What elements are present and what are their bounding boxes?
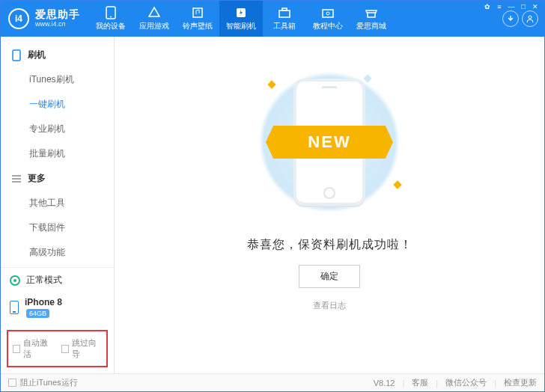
status-dot-icon xyxy=(10,275,20,286)
apps-icon xyxy=(147,6,161,19)
device-mode[interactable]: 正常模式 xyxy=(1,268,114,293)
svg-rect-9 xyxy=(13,50,20,61)
account-button[interactable] xyxy=(522,10,538,27)
store-icon xyxy=(365,6,378,19)
skin-button[interactable]: ✿ xyxy=(482,2,493,11)
sidebar-item-pro-flash[interactable]: 专业刷机 xyxy=(1,117,114,141)
maximize-button[interactable]: □ xyxy=(518,2,529,11)
svg-point-7 xyxy=(326,12,329,15)
tab-label: 智能刷机 xyxy=(226,21,256,31)
top-nav: 我的设备 应用游戏 铃声壁纸 智能刷机 工具箱 教程中心 xyxy=(89,1,393,37)
tab-label: 爱思商城 xyxy=(356,21,386,31)
sidebar-item-itunes-flash[interactable]: iTunes刷机 xyxy=(1,67,114,92)
brand: i4 爱思助手 www.i4.cn xyxy=(1,1,89,37)
tab-apps[interactable]: 应用游戏 xyxy=(133,1,176,37)
svg-rect-4 xyxy=(279,10,290,17)
svg-rect-2 xyxy=(193,8,202,17)
menu-button[interactable]: ≡ xyxy=(494,2,505,11)
block-itunes-label: 阻止iTunes运行 xyxy=(20,377,78,388)
brand-title: 爱思助手 xyxy=(35,9,80,20)
flash-icon xyxy=(234,6,248,19)
device-info[interactable]: iPhone 8 64GB xyxy=(1,293,114,325)
main-content: NEW 恭喜您，保资料刷机成功啦！ 确定 查看日志 xyxy=(115,37,544,373)
tab-label: 应用游戏 xyxy=(139,21,169,31)
tab-label: 教程中心 xyxy=(313,21,343,31)
sidebar-item-download-firmware[interactable]: 下载固件 xyxy=(1,215,114,240)
list-icon xyxy=(11,174,22,184)
support-link[interactable]: 客服 xyxy=(412,377,428,388)
sidebar-item-oneclick-flash[interactable]: 一键刷机 xyxy=(1,92,114,117)
auto-activate-checkbox[interactable]: 自动激活 xyxy=(13,337,54,360)
tab-store[interactable]: 爱思商城 xyxy=(350,1,393,37)
svg-point-1 xyxy=(110,16,112,18)
sidebar-section-more[interactable]: 更多 xyxy=(1,166,114,191)
sidebar-section-title: 刷机 xyxy=(28,49,46,61)
tab-label: 我的设备 xyxy=(96,21,126,31)
sidebar: 刷机 iTunes刷机 一键刷机 专业刷机 批量刷机 更多 其他工具 下载固件 … xyxy=(1,37,115,373)
wechat-link[interactable]: 微信公众号 xyxy=(445,377,487,388)
device-name: iPhone 8 xyxy=(25,297,62,307)
block-itunes-checkbox[interactable]: 阻止iTunes运行 xyxy=(8,377,78,388)
sidebar-item-advanced[interactable]: 高级功能 xyxy=(1,240,114,265)
tab-label: 工具箱 xyxy=(273,21,296,31)
device-mode-label: 正常模式 xyxy=(26,274,62,287)
tab-toolbox[interactable]: 工具箱 xyxy=(263,1,306,37)
close-button[interactable]: ✕ xyxy=(530,2,541,11)
brand-subtitle: www.i4.cn xyxy=(35,21,80,28)
toolbox-icon xyxy=(278,6,291,19)
titlebar: i4 爱思助手 www.i4.cn 我的设备 应用游戏 铃声壁纸 智能刷机 xyxy=(1,1,544,37)
tab-label: 铃声壁纸 xyxy=(183,21,213,31)
sidebar-section-title: 更多 xyxy=(28,172,46,185)
device-phone-icon xyxy=(10,301,19,314)
tab-flash[interactable]: 智能刷机 xyxy=(219,1,263,37)
brand-logo: i4 xyxy=(8,8,29,29)
flash-options: 自动激活 跳过向导 xyxy=(7,330,108,367)
minimize-button[interactable]: — xyxy=(506,2,517,11)
auto-activate-label: 自动激活 xyxy=(23,337,53,360)
sidebar-item-other-tools[interactable]: 其他工具 xyxy=(1,191,114,215)
success-illustration: NEW xyxy=(243,64,415,221)
sidebar-item-batch-flash[interactable]: 批量刷机 xyxy=(1,141,114,166)
svg-rect-6 xyxy=(323,10,333,17)
new-ribbon: NEW xyxy=(266,126,393,159)
success-message: 恭喜您，保资料刷机成功啦！ xyxy=(247,237,412,253)
device-storage-badge: 64GB xyxy=(26,309,49,318)
status-bar: 阻止iTunes运行 V8.12 | 客服 | 微信公众号 | 检查更新 xyxy=(1,373,544,391)
ok-button[interactable]: 确定 xyxy=(299,265,360,288)
book-icon xyxy=(321,6,335,19)
phone-outline-icon xyxy=(11,50,22,61)
skip-guide-label: 跳过向导 xyxy=(72,337,102,360)
skip-guide-checkbox[interactable]: 跳过向导 xyxy=(61,337,103,360)
tab-ringtone[interactable]: 铃声壁纸 xyxy=(176,1,219,37)
sidebar-section-flash[interactable]: 刷机 xyxy=(1,43,114,67)
music-icon xyxy=(191,6,204,19)
download-button[interactable] xyxy=(502,10,519,27)
svg-rect-5 xyxy=(282,8,287,10)
tab-my-device[interactable]: 我的设备 xyxy=(89,1,133,37)
svg-point-8 xyxy=(529,16,532,19)
check-update-link[interactable]: 检查更新 xyxy=(504,377,537,388)
tab-tutorials[interactable]: 教程中心 xyxy=(306,1,350,37)
version-label: V8.12 xyxy=(374,379,395,388)
phone-icon xyxy=(104,6,118,19)
view-log-link[interactable]: 查看日志 xyxy=(313,300,346,311)
